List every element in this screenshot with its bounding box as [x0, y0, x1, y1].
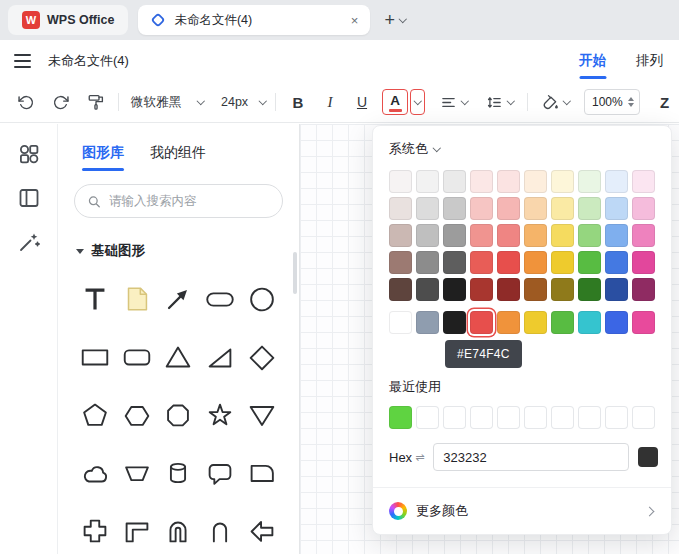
shape-rounded-rect[interactable]	[120, 340, 154, 374]
shape-library-icon[interactable]	[17, 142, 41, 166]
shape-pill[interactable]	[203, 282, 237, 316]
panel-scrollbar[interactable]	[293, 252, 297, 294]
shape-right-triangle[interactable]	[203, 340, 237, 374]
shape-inverted-triangle[interactable]	[245, 398, 279, 432]
color-swatch[interactable]	[497, 224, 520, 247]
section-basic-shapes[interactable]: 基础图形	[74, 242, 283, 260]
color-swatch[interactable]	[470, 224, 493, 247]
font-family-dropdown[interactable]: 微软雅黑	[127, 88, 207, 116]
color-swatch[interactable]	[632, 170, 655, 193]
shape-circle[interactable]	[245, 282, 279, 316]
color-swatch[interactable]	[578, 197, 601, 220]
color-swatch[interactable]	[470, 406, 493, 429]
color-swatch[interactable]	[605, 251, 628, 274]
underline-button[interactable]: U	[350, 88, 374, 116]
color-swatch[interactable]	[497, 278, 520, 301]
menu-tab-arrange[interactable]: 排列	[634, 48, 665, 74]
font-color-dropdown-arrow[interactable]	[410, 89, 425, 115]
color-swatch[interactable]	[389, 197, 412, 220]
color-swatch[interactable]	[416, 170, 439, 193]
color-swatch[interactable]	[470, 197, 493, 220]
search-input[interactable]	[109, 194, 270, 208]
color-swatch[interactable]	[605, 170, 628, 193]
color-swatch[interactable]	[389, 311, 412, 334]
color-swatch[interactable]	[470, 170, 493, 193]
color-swatch[interactable]	[497, 311, 520, 334]
color-swatch[interactable]	[497, 170, 520, 193]
color-swatch[interactable]	[632, 197, 655, 220]
stepper-down-icon[interactable]	[628, 103, 634, 107]
color-swatch[interactable]	[470, 278, 493, 301]
system-colors-header[interactable]: 系统色	[389, 140, 655, 158]
shape-arrow[interactable]	[161, 282, 195, 316]
shape-card[interactable]	[245, 456, 279, 490]
color-swatch[interactable]	[443, 406, 466, 429]
color-swatch[interactable]	[416, 311, 439, 334]
shape-note[interactable]	[120, 282, 154, 316]
new-tab-control[interactable]: +	[384, 11, 405, 29]
color-swatch[interactable]	[551, 251, 574, 274]
color-swatch[interactable]	[605, 224, 628, 247]
color-swatch[interactable]	[632, 311, 655, 334]
color-swatch[interactable]	[524, 251, 547, 274]
color-swatch[interactable]	[524, 278, 547, 301]
menu-tab-start[interactable]: 开始	[577, 48, 608, 74]
shape-triangle[interactable]	[161, 340, 195, 374]
shape-search-box[interactable]	[74, 184, 283, 218]
shape-octagon[interactable]	[161, 398, 195, 432]
chevron-down-icon[interactable]	[399, 15, 407, 23]
zoom-control[interactable]: 100%	[584, 89, 640, 115]
color-swatch[interactable]	[443, 170, 466, 193]
color-swatch[interactable]	[524, 170, 547, 193]
z-order-button[interactable]: Z	[660, 88, 669, 116]
tab-shape-library[interactable]: 图形库	[82, 144, 124, 162]
color-swatch[interactable]	[551, 311, 574, 334]
hex-input[interactable]	[433, 443, 629, 471]
close-tab-icon[interactable]: ×	[349, 13, 361, 28]
color-swatch[interactable]	[605, 406, 628, 429]
shape-corner[interactable]	[120, 514, 154, 548]
redo-button[interactable]	[46, 88, 74, 116]
shape-cloud[interactable]	[78, 456, 112, 490]
shape-cross[interactable]	[78, 514, 112, 548]
color-swatch[interactable]	[605, 197, 628, 220]
color-swatch[interactable]	[632, 278, 655, 301]
color-swatch[interactable]	[416, 224, 439, 247]
more-colors-button[interactable]: 更多颜色	[389, 488, 655, 534]
color-swatch[interactable]	[443, 311, 466, 334]
color-swatch[interactable]	[389, 224, 412, 247]
color-swatch[interactable]	[632, 406, 655, 429]
plus-icon[interactable]: +	[384, 11, 395, 29]
color-swatch[interactable]	[497, 197, 520, 220]
color-swatch[interactable]	[605, 311, 628, 334]
color-swatch[interactable]	[551, 197, 574, 220]
shape-pentagon[interactable]	[78, 398, 112, 432]
shape-rect[interactable]	[78, 340, 112, 374]
color-swatch[interactable]	[416, 197, 439, 220]
color-swatch[interactable]	[524, 311, 547, 334]
format-painter-button[interactable]	[82, 88, 110, 116]
align-dropdown[interactable]	[435, 88, 473, 116]
magic-wand-icon[interactable]	[17, 230, 41, 254]
color-swatch[interactable]	[416, 251, 439, 274]
color-swatch[interactable]	[389, 406, 412, 429]
zoom-stepper[interactable]	[628, 97, 634, 107]
shape-star[interactable]	[203, 398, 237, 432]
hex-swap-icon[interactable]: ⇌	[415, 451, 424, 464]
color-swatch[interactable]	[416, 278, 439, 301]
color-swatch[interactable]	[551, 406, 574, 429]
color-swatch[interactable]	[524, 406, 547, 429]
color-swatch[interactable]	[632, 251, 655, 274]
color-swatch[interactable]	[578, 311, 601, 334]
color-swatch[interactable]	[389, 170, 412, 193]
color-swatch[interactable]	[578, 224, 601, 247]
color-swatch[interactable]	[578, 406, 601, 429]
shape-diamond[interactable]	[245, 340, 279, 374]
italic-button[interactable]: I	[318, 88, 342, 116]
color-swatch[interactable]	[632, 224, 655, 247]
undo-button[interactable]	[12, 88, 40, 116]
hamburger-menu-icon[interactable]	[14, 54, 31, 67]
color-swatch[interactable]	[551, 278, 574, 301]
color-swatch[interactable]	[443, 197, 466, 220]
document-tab[interactable]: 未命名文件(4) ×	[138, 5, 370, 35]
